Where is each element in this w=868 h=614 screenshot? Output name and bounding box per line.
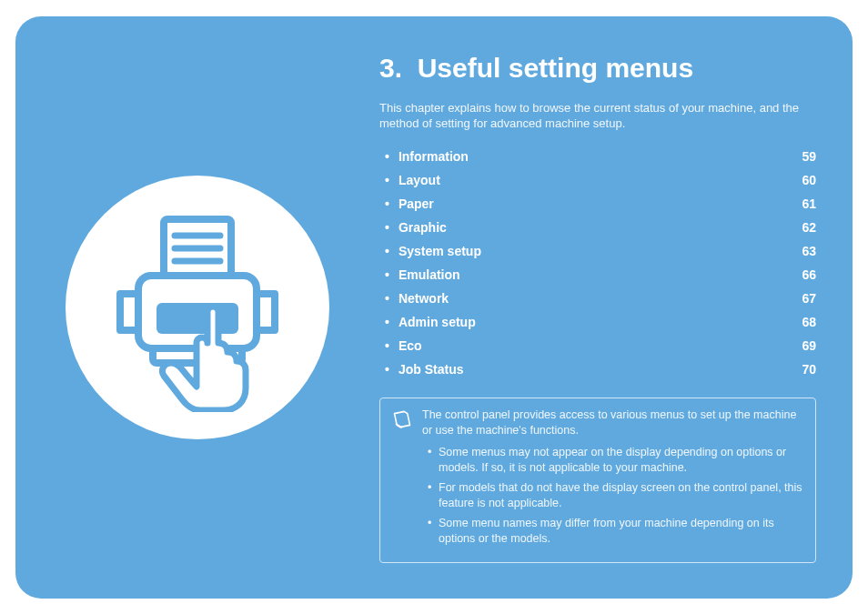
note-bullet: Some menu names may differ from your mac… — [422, 516, 802, 548]
toc-label: Graphic — [399, 220, 447, 235]
toc-item[interactable]: Eco 69 — [379, 334, 816, 357]
toc-item[interactable]: Emulation 66 — [379, 263, 816, 287]
toc-page: 62 — [789, 220, 816, 235]
svg-rect-6 — [156, 303, 238, 334]
note-content: The control panel provides access to var… — [422, 408, 802, 551]
note-bullet: For models that do not have the display … — [422, 480, 802, 512]
toc-item[interactable]: Paper 61 — [379, 192, 816, 216]
toc-item[interactable]: Network 67 — [379, 287, 816, 310]
toc-page: 70 — [789, 362, 816, 377]
toc-page: 63 — [789, 244, 816, 258]
toc-page: 61 — [789, 196, 816, 211]
toc-item[interactable]: Job Status 70 — [379, 357, 816, 381]
toc-label: Emulation — [399, 267, 460, 282]
toc-label: Network — [399, 291, 449, 306]
note-box: The control panel provides access to var… — [379, 398, 816, 563]
toc-page: 60 — [789, 173, 816, 187]
toc-list: Information 59 Layout 60 Paper 61 Graphi… — [379, 145, 816, 381]
toc-label: Layout — [399, 173, 440, 187]
note-icon — [393, 408, 411, 551]
chapter-title: 3. Useful setting menus — [379, 53, 816, 84]
toc-page: 66 — [789, 267, 816, 282]
toc-label: Job Status — [399, 362, 464, 377]
toc-item[interactable]: System setup 63 — [379, 239, 816, 263]
chapter-number: 3. — [379, 53, 402, 83]
toc-label: Paper — [399, 196, 434, 211]
toc-page: 67 — [789, 291, 816, 306]
toc-label: Eco — [399, 338, 422, 353]
chapter-intro: This chapter explains how to browse the … — [379, 100, 816, 132]
manual-page: 3. Useful setting menus This chapter exp… — [15, 16, 853, 599]
toc-page: 69 — [789, 338, 816, 353]
note-lead: The control panel provides access to var… — [422, 408, 802, 439]
note-bullets: Some menus may not appear on the display… — [422, 445, 802, 548]
chapter-title-text: Useful setting menus — [418, 53, 693, 83]
toc-label: Admin setup — [399, 315, 476, 329]
content-column: 3. Useful setting menus This chapter exp… — [352, 44, 816, 571]
toc-label: System setup — [399, 244, 481, 258]
toc-item[interactable]: Graphic 62 — [379, 216, 816, 239]
toc-item[interactable]: Information 59 — [379, 145, 816, 168]
note-bullet: Some menus may not appear on the display… — [422, 445, 802, 477]
toc-page: 59 — [789, 149, 816, 164]
toc-item[interactable]: Admin setup 68 — [379, 310, 816, 334]
toc-item[interactable]: Layout 60 — [379, 168, 816, 192]
toc-label: Information — [399, 149, 469, 164]
printer-touch-icon — [66, 176, 329, 439]
illustration-column — [43, 44, 352, 571]
toc-page: 68 — [789, 315, 816, 329]
